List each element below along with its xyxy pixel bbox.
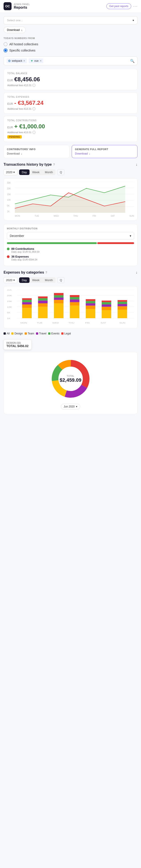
contributions-count-label: 89 Contributions xyxy=(11,247,39,250)
balance-currency: EUR xyxy=(7,79,13,82)
svg-rect-33 xyxy=(54,293,63,295)
tag-vue-remove[interactable]: ✕ xyxy=(39,59,42,62)
svg-rect-50 xyxy=(118,306,127,310)
radio-label-all: All hosted collectives xyxy=(9,42,38,46)
month-select[interactable]: December ▾ xyxy=(7,232,134,240)
select-dropdown[interactable]: Select one... ▾ xyxy=(4,16,137,24)
year-select[interactable]: 2020 ▾ xyxy=(4,169,17,175)
svg-rect-43 xyxy=(86,299,95,301)
svg-rect-31 xyxy=(54,298,63,300)
expenses-label: TOTAL EXPENSES xyxy=(7,96,134,98)
svg-rect-48 xyxy=(102,301,111,302)
expenses-info-icon[interactable]: i xyxy=(32,107,35,111)
contributors-download-button[interactable]: Download ↓ xyxy=(7,152,66,155)
svg-rect-32 xyxy=(54,295,63,298)
cat-legend-design: Design xyxy=(11,332,23,335)
radio-circle-specific xyxy=(4,49,7,53)
tags-row: ⚙ webpack ✕ ▼ vue ✕ 🔍 xyxy=(4,56,137,65)
contributions-info-icon[interactable]: i xyxy=(32,131,35,134)
transactions-help-icon[interactable]: ? xyxy=(53,163,55,166)
contributions-currency: EUR xyxy=(7,126,13,129)
cat-legend-travel: Travel xyxy=(36,332,47,335)
expenses-period-tab-month[interactable]: Month xyxy=(42,277,56,283)
expenses-help-icon[interactable]: ? xyxy=(45,271,47,274)
period-tab-week[interactable]: Week xyxy=(30,169,42,175)
svg-rect-24 xyxy=(38,307,48,318)
search-button[interactable]: 🔍 xyxy=(130,59,135,63)
expenses-section-header: Expenses by categories ? ↓ xyxy=(4,271,137,275)
full-report-card-label: GENERATE FULL REPORT xyxy=(75,148,134,151)
tag-webpack-remove[interactable]: ✕ xyxy=(23,59,25,62)
chart-area: 30K 20K 15K 10K 5K 1K xyxy=(7,182,134,217)
period-tab-month[interactable]: Month xyxy=(42,169,56,175)
donut-month-select[interactable]: Jun 2020 ▾ xyxy=(61,404,80,409)
expenses-bar-chart: 30K 20K 15K 10K 5K 1K xyxy=(4,286,137,329)
download-icon: ↓ xyxy=(21,28,23,32)
transactions-download-icon-button[interactable]: ↓ xyxy=(136,162,137,166)
period-tab-quarter[interactable]: Q xyxy=(57,169,64,175)
monthly-dist-label: MONTHLY DISTRIBUTION xyxy=(7,227,134,230)
expenses-period-tab-quarter[interactable]: Q xyxy=(57,277,64,283)
radio-all-hosted[interactable]: All hosted collectives xyxy=(4,42,137,46)
action-cards-row: CONTRIBUTORS' INFO Download ↓ GENERATE F… xyxy=(4,145,137,158)
radio-specific[interactable]: Specific collectives xyxy=(4,49,137,53)
svg-rect-45 xyxy=(102,307,111,310)
contributions-amount: + €1,000.00 xyxy=(14,123,45,130)
section-label: TODAYS NUMBERS FROM xyxy=(4,37,137,39)
expenses-year-select[interactable]: 2020 ▾ xyxy=(4,277,17,283)
cat-label-events: Events xyxy=(51,332,59,335)
chart-plot xyxy=(15,182,134,213)
chevron-down-icon: ▾ xyxy=(133,19,134,22)
cat-label-legal: Legal xyxy=(64,332,71,335)
svg-rect-40 xyxy=(86,306,95,309)
svg-rect-49 xyxy=(118,310,127,318)
more-options-button[interactable]: ⋯ xyxy=(133,4,137,9)
expenses-period-tab-day[interactable]: Day xyxy=(19,277,30,283)
transactions-controls: 2020 ▾ Day Week Month Q xyxy=(4,169,137,175)
svg-rect-38 xyxy=(70,295,80,297)
month-select-value: December xyxy=(10,234,24,238)
contributions-avg: Daily avg: EUR €1,959.59 xyxy=(11,250,39,253)
svg-rect-44 xyxy=(102,310,111,318)
svg-rect-37 xyxy=(70,297,80,299)
full-report-download-button[interactable]: Download ↓ xyxy=(75,152,134,155)
cat-label-design: Design xyxy=(15,332,23,335)
tag-vue-label: vue xyxy=(34,59,38,62)
download-button[interactable]: Download ↓ xyxy=(4,27,26,33)
progress-red xyxy=(97,242,134,244)
category-legend: All Design Team Travel Events Legal xyxy=(4,332,137,335)
expenses-period-tab-week[interactable]: Week xyxy=(30,277,42,283)
period-tab-day[interactable]: Day xyxy=(19,169,30,175)
contributors-card-label: CONTRIBUTORS' INFO xyxy=(7,148,66,151)
monthly-progress-bar xyxy=(7,242,134,244)
transactions-title: Transactions history by type ? xyxy=(4,162,55,166)
expenses-download-icon-button[interactable]: ↓ xyxy=(136,271,137,275)
cat-legend-team: Team xyxy=(25,332,34,335)
team-dot xyxy=(25,333,27,335)
donut-center: TOTAL $2,459.09 xyxy=(60,375,82,383)
svg-text:FRI: FRI xyxy=(85,322,90,324)
svg-text:WED: WED xyxy=(52,322,59,324)
contributions-legend-dot xyxy=(7,248,9,250)
balance-info-icon[interactable]: i xyxy=(32,84,35,87)
full-report-download-icon: ↓ xyxy=(89,152,90,155)
radio-circle-all xyxy=(4,42,7,46)
transactions-chart: 30K 20K 15K 10K 5K 1K xyxy=(4,178,137,220)
balance-label: TOTAL BALANCE xyxy=(7,72,134,74)
svg-text:5K: 5K xyxy=(7,312,10,314)
donut-section: TOTAL $2,459.09 Jun 2020 ▾ xyxy=(4,352,137,414)
chart-x-labels: MON TUE WED THU FRI SAT SUN xyxy=(15,215,134,217)
chart-y-labels: 30K 20K 15K 10K 5K 1K xyxy=(7,182,14,213)
svg-text:20K: 20K xyxy=(7,294,12,297)
get-past-reports-button[interactable]: Get past reports xyxy=(106,3,131,9)
contributions-legend-item: 89 Contributions Daily avg: EUR €1,959.5… xyxy=(7,247,134,253)
full-report-download-label: Download xyxy=(75,152,88,155)
travel-dot xyxy=(36,333,38,335)
svg-rect-52 xyxy=(118,302,127,304)
expenses-year-chevron-icon: ▾ xyxy=(13,278,15,282)
svg-text:THU: THU xyxy=(68,322,75,324)
donut-month-label: Jun 2020 xyxy=(64,405,75,408)
progress-green xyxy=(7,242,97,244)
all-dot xyxy=(4,333,6,335)
expenses-currency: EUR xyxy=(7,102,13,105)
